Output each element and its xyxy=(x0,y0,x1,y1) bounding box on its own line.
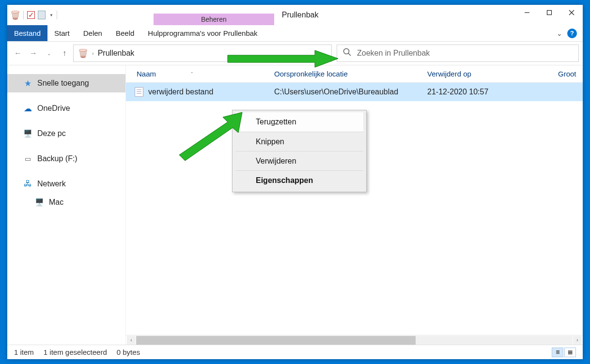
titlebar: 🗑️ ✓ ▼ Beheren Prullenbak xyxy=(7,5,583,25)
tab-view[interactable]: Beeld xyxy=(109,25,141,41)
context-menu-delete[interactable]: Verwijderen xyxy=(235,151,363,170)
breadcrumb-separator-icon: › xyxy=(92,50,94,56)
navigation-row: ← → ⌄ ↑ 🗑️ › Prullenbak Zoeken in Prulle… xyxy=(7,42,583,65)
sidebar-item-this-pc[interactable]: 🖥️ Deze pc xyxy=(7,124,125,143)
separator xyxy=(23,11,24,19)
scroll-right-icon[interactable]: › xyxy=(573,336,582,345)
separator xyxy=(57,11,57,19)
sidebar-item-label: Backup (F:) xyxy=(37,154,78,163)
address-bar[interactable]: 🗑️ › Prullenbak xyxy=(73,45,332,62)
pc-icon: 🖥️ xyxy=(23,129,32,138)
minimize-button[interactable] xyxy=(516,5,538,20)
table-row[interactable]: verwijderd bestand C:\Users\user\OneDriv… xyxy=(126,83,583,101)
maximize-button[interactable] xyxy=(538,5,560,20)
sidebar-item-label: Netwerk xyxy=(37,180,66,188)
network-icon: 🖧 xyxy=(23,180,32,188)
context-menu-restore[interactable]: Terugzetten xyxy=(235,112,363,132)
recycle-bin-icon: 🗑️ xyxy=(78,48,88,59)
thumbnails-view-button[interactable]: ▦ xyxy=(564,348,576,357)
details-view-button[interactable]: ≣ xyxy=(552,348,563,357)
quick-access-toolbar: 🗑️ ✓ ▼ xyxy=(7,5,62,25)
svg-point-4 xyxy=(344,49,349,54)
svg-line-5 xyxy=(348,53,351,56)
sidebar-item-network[interactable]: 🖧 Netwerk xyxy=(7,175,125,193)
breadcrumb-item[interactable]: Prullenbak xyxy=(98,49,135,58)
sidebar-item-backup-drive[interactable]: ▭ Backup (F:) xyxy=(7,150,125,168)
column-header-size[interactable]: Groot xyxy=(552,70,583,78)
column-header-deleted[interactable]: Verwijderd op xyxy=(421,70,552,78)
file-list-pane: Naam˄ Oorspronkelijke locatie Verwijderd… xyxy=(125,65,583,345)
sidebar-item-mac[interactable]: 🖥️ Mac xyxy=(7,193,125,212)
status-bar: 1 item 1 item geselecteerd 0 bytes ≣ ▦ xyxy=(7,345,583,359)
sidebar-item-label: Mac xyxy=(49,198,63,207)
pc-icon: 🖥️ xyxy=(34,198,44,207)
drive-icon: ▭ xyxy=(23,154,32,163)
scroll-track[interactable] xyxy=(136,336,573,345)
tab-start[interactable]: Start xyxy=(47,25,77,41)
up-button[interactable]: ↑ xyxy=(58,46,71,60)
status-bytes: 0 bytes xyxy=(117,348,140,356)
recycle-bin-icon: 🗑️ xyxy=(10,10,20,20)
file-name: verwijderd bestand xyxy=(148,88,213,96)
svg-rect-1 xyxy=(547,11,552,15)
file-deleted-date: 21-12-2020 10:57 xyxy=(421,88,552,96)
status-item-count: 1 item xyxy=(14,348,34,356)
context-menu-cut[interactable]: Knippen xyxy=(235,132,363,151)
file-icon xyxy=(135,87,143,97)
forward-button[interactable]: → xyxy=(27,46,40,60)
context-menu-properties[interactable]: Eigenschappen xyxy=(235,170,363,190)
search-input[interactable]: Zoeken in Prullenbak xyxy=(337,45,579,62)
help-icon[interactable]: ? xyxy=(567,29,577,38)
contextual-tab-header: Beheren xyxy=(154,14,274,25)
tab-share[interactable]: Delen xyxy=(77,25,109,41)
sidebar-item-label: Snelle toegang xyxy=(37,79,89,88)
column-header-location[interactable]: Oorspronkelijke locatie xyxy=(268,70,421,78)
file-original-location: C:\Users\user\OneDrive\Bureaublad xyxy=(268,88,421,96)
star-icon: ★ xyxy=(23,79,32,88)
scroll-left-icon[interactable]: ‹ xyxy=(127,336,136,345)
tab-recycle-tools[interactable]: Hulpprogramma's voor Prullenbak xyxy=(141,25,264,41)
navigation-pane: ★ Snelle toegang ☁ OneDrive 🖥️ Deze pc ▭… xyxy=(7,65,125,345)
history-dropdown-icon[interactable]: ⌄ xyxy=(42,46,56,60)
scroll-thumb[interactable] xyxy=(136,336,416,345)
qat-dropdown-icon[interactable]: ▼ xyxy=(49,13,53,17)
back-button[interactable]: ← xyxy=(11,46,25,60)
close-button[interactable] xyxy=(560,5,583,20)
sidebar-item-onedrive[interactable]: ☁ OneDrive xyxy=(7,99,125,118)
window-title: Prullenbak xyxy=(274,5,516,25)
ribbon-tabs: Bestand Start Delen Beeld Hulpprogramma'… xyxy=(7,25,583,42)
tab-file[interactable]: Bestand xyxy=(7,25,47,41)
ribbon-collapse-icon[interactable]: ⌄ xyxy=(557,30,562,37)
properties-qat-icon[interactable]: ✓ xyxy=(27,11,35,19)
explorer-window: 🗑️ ✓ ▼ Beheren Prullenbak Bestan xyxy=(7,5,583,359)
search-placeholder: Zoeken in Prullenbak xyxy=(357,49,430,58)
sidebar-item-label: OneDrive xyxy=(37,104,70,113)
new-document-icon[interactable] xyxy=(37,10,47,20)
sort-asc-icon: ˄ xyxy=(191,72,193,76)
context-menu: Terugzetten Knippen Verwijderen Eigensch… xyxy=(232,110,367,192)
column-header-name[interactable]: Naam˄ xyxy=(126,70,268,78)
sidebar-item-quick-access[interactable]: ★ Snelle toegang xyxy=(7,74,125,92)
sidebar-item-label: Deze pc xyxy=(37,129,66,138)
search-icon xyxy=(343,48,351,59)
column-headers: Naam˄ Oorspronkelijke locatie Verwijderd… xyxy=(126,65,583,83)
cloud-icon: ☁ xyxy=(23,104,32,113)
status-selected-count: 1 item geselecteerd xyxy=(44,348,107,356)
horizontal-scrollbar[interactable]: ‹ › xyxy=(126,335,583,345)
